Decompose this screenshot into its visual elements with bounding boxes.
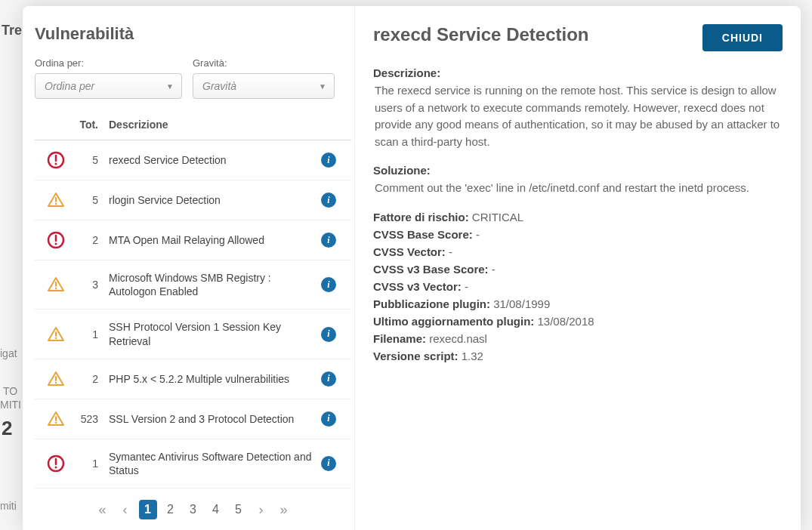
bg-fragment: MITI xyxy=(0,399,21,411)
field-label: Ultimo aggiornamento plugin: xyxy=(373,315,534,328)
row-description: rlogin Service Detection xyxy=(109,193,321,207)
field-label: Fattore di rischio: xyxy=(373,211,469,223)
field-value: - xyxy=(492,263,496,276)
vulnerability-row[interactable]: 5rexecd Service Detectioni xyxy=(35,140,351,180)
critical-icon xyxy=(39,231,73,249)
svg-point-13 xyxy=(55,382,57,384)
severity-select-value: Gravità xyxy=(202,80,236,92)
field-value: 13/08/2018 xyxy=(538,315,594,328)
row-count: 523 xyxy=(73,413,109,425)
field-value: 31/08/1999 xyxy=(493,297,550,310)
detail-field: CVSS v3 Vector: - xyxy=(373,280,783,293)
page-prev[interactable]: ‹ xyxy=(116,500,134,519)
col-header-total: Tot. xyxy=(73,119,109,131)
warning-icon xyxy=(39,370,73,388)
solution-text: Comment out the 'exec' line in /etc/inet… xyxy=(373,180,783,197)
detail-title: rexecd Service Detection xyxy=(373,24,588,45)
sort-filter-group: Ordina per: Ordina per ▼ xyxy=(35,57,182,99)
info-icon[interactable]: i xyxy=(321,233,336,248)
chevron-down-icon: ▼ xyxy=(166,82,174,91)
close-button[interactable]: CHIUDI xyxy=(702,24,783,51)
field-value: - xyxy=(449,245,452,258)
detail-field: CVSS v3 Base Score: - xyxy=(373,263,783,276)
vulnerability-modal: Vulnerabilità Ordina per: Ordina per ▼ G… xyxy=(23,6,801,530)
svg-point-15 xyxy=(55,422,57,424)
warning-icon xyxy=(39,325,73,344)
field-label: CVSS Vector: xyxy=(373,245,446,258)
svg-point-18 xyxy=(55,466,57,468)
page-first[interactable]: « xyxy=(94,500,112,519)
detail-field: Versione script: 1.32 xyxy=(373,350,783,362)
field-label: Pubblicazione plugin: xyxy=(373,297,490,310)
severity-select[interactable]: Gravità ▼ xyxy=(193,73,335,99)
info-icon[interactable]: i xyxy=(321,277,336,292)
svg-point-4 xyxy=(55,203,57,205)
sort-select[interactable]: Ordina per ▼ xyxy=(35,73,182,99)
info-icon[interactable]: i xyxy=(321,456,336,471)
info-icon[interactable]: i xyxy=(321,193,336,208)
row-description: SSL Version 2 and 3 Protocol Detection xyxy=(109,412,321,426)
vulnerability-detail-panel: rexecd Service Detection CHIUDI Descrizi… xyxy=(355,6,801,530)
vulnerability-row[interactable]: 2PHP 5.x < 5.2.2 Multiple vulnerabilitie… xyxy=(35,359,351,399)
page-number[interactable]: 3 xyxy=(184,500,202,519)
svg-point-7 xyxy=(55,243,57,245)
field-label: CVSS Base Score: xyxy=(373,228,473,241)
vulnerability-row[interactable]: 2MTA Open Mail Relaying Allowedi xyxy=(35,220,351,260)
row-description: MTA Open Mail Relaying Allowed xyxy=(109,233,321,247)
field-label: Filename: xyxy=(373,332,426,345)
page-number[interactable]: 2 xyxy=(162,500,180,519)
detail-field: Fattore di rischio: CRITICAL xyxy=(373,211,783,223)
row-count: 2 xyxy=(73,373,109,385)
info-icon[interactable]: i xyxy=(321,327,336,342)
detail-field: CVSS Vector: - xyxy=(373,245,783,258)
row-count: 3 xyxy=(73,279,109,291)
panel-title: Vulnerabilità xyxy=(35,24,351,44)
vulnerability-row[interactable]: 1Symantec Antivirus Software Detection a… xyxy=(35,439,351,488)
page-number[interactable]: 5 xyxy=(230,500,248,519)
page-next[interactable]: › xyxy=(252,500,270,519)
vulnerability-rows: 5rexecd Service Detectioni5rlogin Servic… xyxy=(35,140,351,491)
critical-icon xyxy=(39,455,73,473)
severity-label: Gravità: xyxy=(193,57,335,69)
row-count: 5 xyxy=(73,194,109,206)
description-label: Descrizione: xyxy=(373,66,783,79)
vulnerability-row[interactable]: 1SSH Protocol Version 1 Session Key Retr… xyxy=(35,310,351,359)
row-count: 2 xyxy=(73,234,109,246)
info-icon[interactable]: i xyxy=(321,411,336,427)
filter-bar: Ordina per: Ordina per ▼ Gravità: Gravit… xyxy=(35,57,351,99)
critical-icon xyxy=(39,151,73,169)
field-label: CVSS v3 Vector: xyxy=(373,280,462,293)
row-description: Symantec Antivirus Software Detection an… xyxy=(109,450,321,477)
field-label: Versione script: xyxy=(373,350,458,362)
row-description: rexecd Service Detection xyxy=(109,153,321,167)
detail-field: Ultimo aggiornamento plugin: 13/08/2018 xyxy=(373,315,783,328)
warning-icon xyxy=(39,191,73,209)
info-icon[interactable]: i xyxy=(321,371,336,387)
warning-icon xyxy=(39,410,73,428)
page-number[interactable]: 1 xyxy=(139,500,157,519)
detail-field: Filename: rexecd.nasl xyxy=(373,332,783,345)
svg-point-11 xyxy=(55,337,57,338)
col-header-description: Descrizione xyxy=(109,119,321,131)
bg-fragment: miti xyxy=(0,500,17,512)
field-value: CRITICAL xyxy=(472,211,523,223)
info-icon[interactable]: i xyxy=(321,153,336,168)
field-value: - xyxy=(476,228,480,241)
bg-fragment: TO xyxy=(3,385,17,397)
row-description: SSH Protocol Version 1 Session Key Retri… xyxy=(109,320,321,347)
bg-fragment: 2 xyxy=(2,417,12,440)
vulnerability-row[interactable]: 523SSL Version 2 and 3 Protocol Detectio… xyxy=(35,399,351,439)
page-last[interactable]: » xyxy=(275,500,293,519)
vulnerability-row[interactable]: 5rlogin Service Detectioni xyxy=(35,180,351,220)
pagination: « ‹ 12345 › » xyxy=(35,491,351,524)
sort-label: Ordina per: xyxy=(35,57,182,69)
page-number[interactable]: 4 xyxy=(207,500,225,519)
bg-fragment: Tre xyxy=(2,23,22,39)
field-value: 1.32 xyxy=(462,350,483,362)
field-value: rexecd.nasl xyxy=(429,332,487,345)
row-count: 5 xyxy=(73,154,109,166)
vulnerability-row[interactable]: 3Microsoft Windows SMB Registry : Autolo… xyxy=(35,260,351,310)
row-description: Microsoft Windows SMB Registry : Autolog… xyxy=(109,271,321,298)
detail-field: CVSS Base Score: - xyxy=(373,228,783,241)
vulnerability-list-panel: Vulnerabilità Ordina per: Ordina per ▼ G… xyxy=(23,6,355,530)
